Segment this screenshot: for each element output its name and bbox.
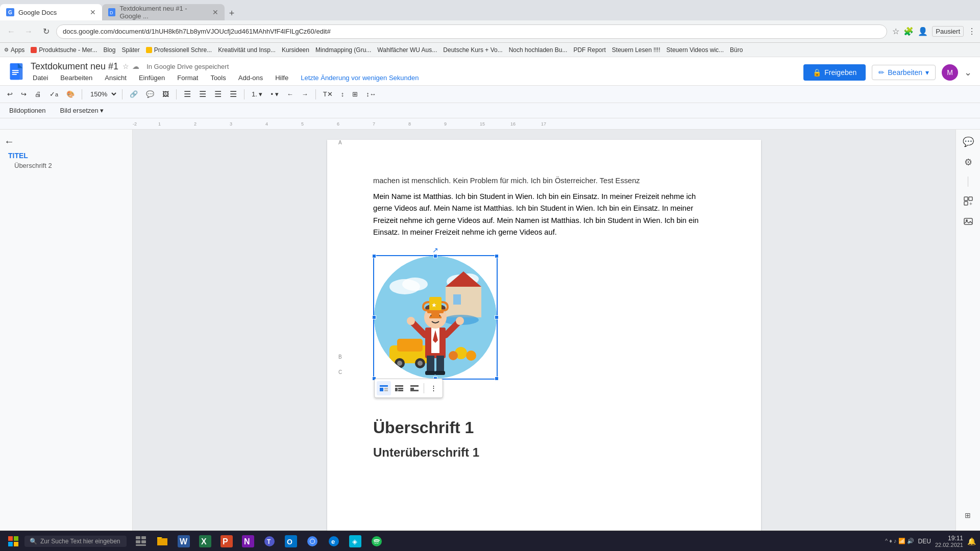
subheading1[interactable]: Unterüberschrift 1	[373, 445, 715, 460]
image-button[interactable]: 🖼	[159, 89, 172, 99]
bild-ersetzen-button[interactable]: Bild ersetzen ▾	[55, 105, 109, 116]
comment-button[interactable]: 💬	[143, 89, 157, 99]
menu-einfügen[interactable]: Einfügen	[137, 73, 167, 83]
sidebar-title-item[interactable]: TITEL	[8, 152, 124, 160]
taskbar-outlook[interactable]: O	[281, 532, 301, 550]
taskbar-powerpoint[interactable]: P	[216, 532, 237, 550]
resize-handle-tm[interactable]	[433, 254, 437, 258]
add-table-icon[interactable]: +	[960, 193, 976, 209]
bookmark-wahlfächer[interactable]: Wahlfächer WU Aus...	[377, 46, 437, 54]
doc-title[interactable]: Textdokument neu #1	[31, 61, 118, 72]
resize-handle-ml[interactable]	[372, 315, 376, 319]
taskbar-search[interactable]: 🔍 Zur Suche Text hier eingeben	[24, 536, 127, 547]
menu-ansicht[interactable]: Ansicht	[103, 73, 129, 83]
more-icon[interactable]: ⋮	[968, 27, 976, 36]
menu-last-change[interactable]: Letzte Änderung vor wenigen Sekunden	[299, 73, 421, 83]
bookmark-steuern-lesen[interactable]: Steuern Lesen !!!!	[612, 46, 660, 54]
menu-addons[interactable]: Add-ons	[236, 73, 265, 83]
bookmark-produktsuche[interactable]: Produktsuche - Mer...	[31, 46, 97, 54]
bookmark-steuern-videos[interactable]: Steuern Videos wic...	[667, 46, 724, 54]
bookmark-icon[interactable]: ☆	[892, 27, 899, 36]
indent-more-button[interactable]: →	[299, 89, 311, 99]
doc-main-paragraph[interactable]: Mein Name ist Matthias. Ich bin Student …	[373, 191, 715, 239]
settings-panel-icon[interactable]: ⚙	[960, 154, 976, 170]
menu-format[interactable]: Format	[175, 73, 200, 83]
taskbar-teams[interactable]: T	[259, 532, 280, 550]
tab-close-2[interactable]: ✕	[212, 8, 218, 16]
profile-icon[interactable]: 👤	[918, 27, 928, 36]
img-wrap-inline-button[interactable]	[377, 381, 391, 395]
edit-button[interactable]: ✏ Bearbeiten ▾	[872, 65, 936, 80]
menu-bearbeiten[interactable]: Bearbeiten	[58, 73, 94, 83]
resize-handle-br[interactable]	[495, 377, 499, 381]
bookmark-professionell[interactable]: Professionell Schre...	[146, 46, 212, 54]
bookmark-mindmapping[interactable]: Mindmapping (Gru...	[315, 46, 371, 54]
address-bar[interactable]: docs.google.com/document/d/1hUH8k6h7Lb8y…	[56, 24, 887, 39]
taskbar-chrome[interactable]	[302, 532, 323, 550]
redo-button[interactable]: ↪	[18, 89, 30, 99]
bildoptionen-button[interactable]: Bildoptionen	[4, 105, 51, 116]
back-button[interactable]: ←	[4, 24, 18, 39]
rotate-handle[interactable]: ↗	[432, 246, 438, 254]
bookmark-büro[interactable]: Büro	[730, 46, 743, 54]
clear-format-button[interactable]: T✕	[320, 89, 336, 99]
img-wrap-break-button[interactable]	[407, 381, 422, 395]
bookmark-später[interactable]: Später	[121, 46, 139, 54]
resize-handle-tr[interactable]	[495, 254, 499, 258]
sidebar-heading2-item[interactable]: Überschrift 2	[14, 162, 124, 169]
new-tab-button[interactable]: +	[225, 6, 239, 20]
resize-handle-tl[interactable]	[372, 254, 376, 258]
notification-icon[interactable]: 🔔	[967, 537, 976, 545]
cloud-icon[interactable]: ☁	[132, 62, 139, 70]
star-icon[interactable]: ☆	[122, 62, 129, 70]
menu-hilfe[interactable]: Hilfe	[273, 73, 290, 83]
align-left-button[interactable]: ☰	[181, 88, 194, 101]
tab-textdoc[interactable]: D Textdokument neu #1 - Google ... ✕	[102, 4, 225, 20]
add-image-panel-icon[interactable]	[960, 213, 976, 230]
expand-panel-btn[interactable]: ⊞	[963, 510, 973, 527]
forward-button[interactable]: →	[21, 24, 36, 39]
spellcheck-button[interactable]: ✓a	[46, 89, 61, 99]
taskbar-onenote[interactable]: N	[238, 532, 258, 550]
taskbar-explorer[interactable]	[152, 532, 173, 550]
user-avatar[interactable]: M	[942, 64, 958, 81]
bookmark-kursideen[interactable]: Kursideen	[282, 46, 309, 54]
menu-tools[interactable]: Tools	[208, 73, 228, 83]
bullet-list-button[interactable]: • ▾	[268, 89, 282, 99]
tab-close-1[interactable]: ✕	[90, 8, 96, 16]
numbered-list-button[interactable]: 1. ▾	[249, 89, 265, 99]
image-wrapper[interactable]: ★ ↗	[373, 251, 498, 384]
menu-datei[interactable]: Datei	[31, 73, 50, 83]
print-button[interactable]: 🖨	[32, 89, 44, 99]
img-wrap-text-button[interactable]	[392, 381, 406, 395]
heading1[interactable]: Überschrift 1	[373, 418, 715, 437]
extension-icon[interactable]: 🧩	[903, 27, 914, 36]
indent-less-button[interactable]: ←	[284, 89, 297, 99]
tab-google-docs[interactable]: G Google Docs ✕	[0, 4, 102, 20]
bookmark-hochladen[interactable]: Noch hochladen Bu...	[509, 46, 568, 54]
taskbar-app11[interactable]: ◈	[345, 532, 365, 550]
img-more-button[interactable]: ⋮	[426, 381, 440, 395]
columns-button[interactable]: ⊞	[349, 89, 361, 99]
taskbar-spotify[interactable]	[366, 532, 387, 550]
selected-image[interactable]: ★ ↗	[373, 255, 498, 380]
align-justify-button[interactable]: ☰	[227, 88, 240, 101]
sidebar-back-button[interactable]: ←	[4, 136, 128, 147]
bookmark-pdf[interactable]: PDF Report	[573, 46, 605, 54]
pausiert-button[interactable]: Pausiert	[932, 26, 964, 37]
taskbar-word[interactable]: W	[174, 532, 194, 550]
start-button[interactable]	[4, 532, 22, 550]
bookmark-deutsche-kurs[interactable]: Deutsche Kurs + Vo...	[443, 46, 502, 54]
refresh-button[interactable]: ↻	[39, 24, 53, 39]
taskbar-excel[interactable]: X	[195, 532, 215, 550]
share-button[interactable]: 🔒 Freigeben	[803, 64, 866, 81]
expand-icon[interactable]: ⌄	[964, 67, 972, 78]
align-right-button[interactable]: ☰	[211, 88, 225, 101]
move-button[interactable]: ↕↔	[363, 89, 379, 99]
line-spacing-button[interactable]: ↕	[338, 89, 348, 99]
undo-button[interactable]: ↩	[4, 89, 16, 99]
bookmark-kreativität[interactable]: Kreativität und Insp...	[218, 46, 276, 54]
link-button[interactable]: 🔗	[127, 89, 141, 99]
taskbar-edge[interactable]: e	[324, 532, 344, 550]
bookmark-blog[interactable]: Blog	[103, 46, 115, 54]
